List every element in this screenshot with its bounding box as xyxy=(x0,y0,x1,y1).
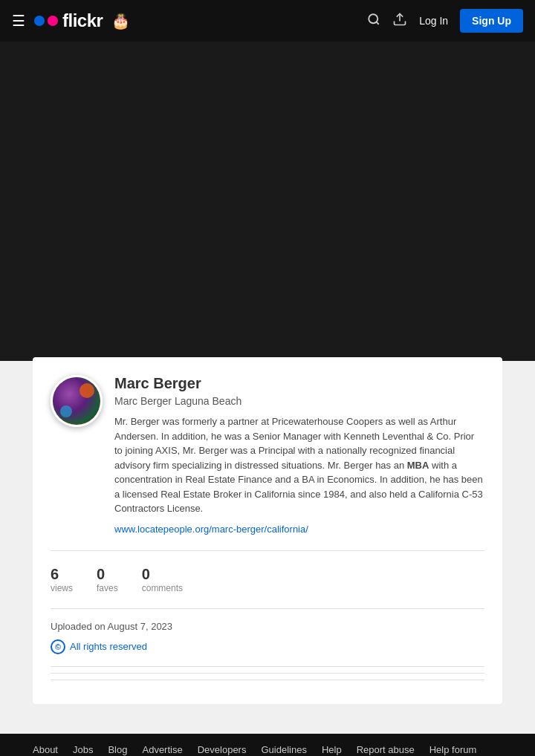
profile-info: Marc Berger Marc Berger Laguna Beach Mr.… xyxy=(114,375,484,535)
footer-link-jobs[interactable]: Jobs xyxy=(73,744,93,755)
stat-faves-number: 0 xyxy=(97,566,118,583)
stat-views: 6 views xyxy=(51,566,73,593)
svg-line-1 xyxy=(377,22,379,24)
navbar: ☰ flickr 🎂 xyxy=(0,0,535,42)
footer-link-blog[interactable]: Blog xyxy=(108,744,127,755)
search-icon[interactable] xyxy=(367,13,380,30)
profile-name: Marc Berger xyxy=(114,375,484,392)
footer-link-report-abuse[interactable]: Report abuse xyxy=(357,744,415,755)
dot-blue xyxy=(34,16,45,26)
logo-text: flickr xyxy=(62,10,103,31)
copyright-icon: © xyxy=(51,639,65,654)
navbar-left: ☰ flickr 🎂 xyxy=(12,10,367,31)
divider-3 xyxy=(51,680,484,680)
footer-link-help[interactable]: Help xyxy=(322,744,342,755)
signup-button[interactable]: Sign Up xyxy=(460,9,523,33)
avatar xyxy=(51,375,103,427)
navbar-right: Log In Sign Up xyxy=(367,9,523,33)
copyright-text: All rights reserved xyxy=(70,641,147,652)
stat-faves: 0 faves xyxy=(97,566,118,593)
content-card: Marc Berger Marc Berger Laguna Beach Mr.… xyxy=(33,357,502,704)
upload-date: Uploaded on August 7, 2023 xyxy=(51,621,484,632)
mba-keyword: MBA xyxy=(407,460,429,471)
login-button[interactable]: Log In xyxy=(419,15,448,27)
stat-faves-label: faves xyxy=(97,583,118,593)
footer-link-help-forum[interactable]: Help forum xyxy=(429,744,477,755)
cake-icon[interactable]: 🎂 xyxy=(111,12,130,30)
flickr-logo[interactable]: flickr xyxy=(34,10,103,31)
stat-comments-number: 0 xyxy=(142,566,183,583)
footer-link-advertise[interactable]: Advertise xyxy=(142,744,182,755)
cover-area xyxy=(0,42,535,361)
stat-comments-label: comments xyxy=(142,583,183,593)
svg-point-0 xyxy=(369,14,377,23)
profile-link[interactable]: www.locatepeople.org/marc-berger/califor… xyxy=(114,524,308,535)
profile-section: Marc Berger Marc Berger Laguna Beach Mr.… xyxy=(51,375,484,551)
page-wrapper: ☰ flickr 🎂 xyxy=(0,0,535,756)
dot-pink xyxy=(48,16,58,26)
stat-comments: 0 comments xyxy=(142,566,183,593)
footer-link-developers[interactable]: Developers xyxy=(198,744,247,755)
avatar-inner xyxy=(53,377,100,425)
logo-dots xyxy=(34,16,58,26)
profile-location: Marc Berger Laguna Beach xyxy=(114,395,484,407)
stats-section: 6 views 0 faves 0 comments xyxy=(51,551,484,609)
divider-1 xyxy=(51,666,484,667)
copyright-row: © All rights reserved xyxy=(51,639,484,654)
hamburger-menu-icon[interactable]: ☰ xyxy=(12,12,25,30)
spacer xyxy=(0,704,535,734)
avatar-deco-1 xyxy=(80,383,94,398)
upload-icon[interactable] xyxy=(392,12,407,30)
footer-link-about[interactable]: About xyxy=(33,744,58,755)
stat-views-number: 6 xyxy=(51,566,73,583)
upload-section: Uploaded on August 7, 2023 © All rights … xyxy=(51,609,484,660)
avatar-deco-2 xyxy=(60,405,72,417)
profile-bio: Mr. Berger was formerly a partner at Pri… xyxy=(114,414,484,516)
footer-links: About Jobs Blog Advertise Developers Gui… xyxy=(33,744,502,757)
stat-views-label: views xyxy=(51,583,73,593)
footer-link-guidelines[interactable]: Guidelines xyxy=(261,744,306,755)
footer: About Jobs Blog Advertise Developers Gui… xyxy=(0,734,535,757)
divider-2 xyxy=(51,673,484,674)
